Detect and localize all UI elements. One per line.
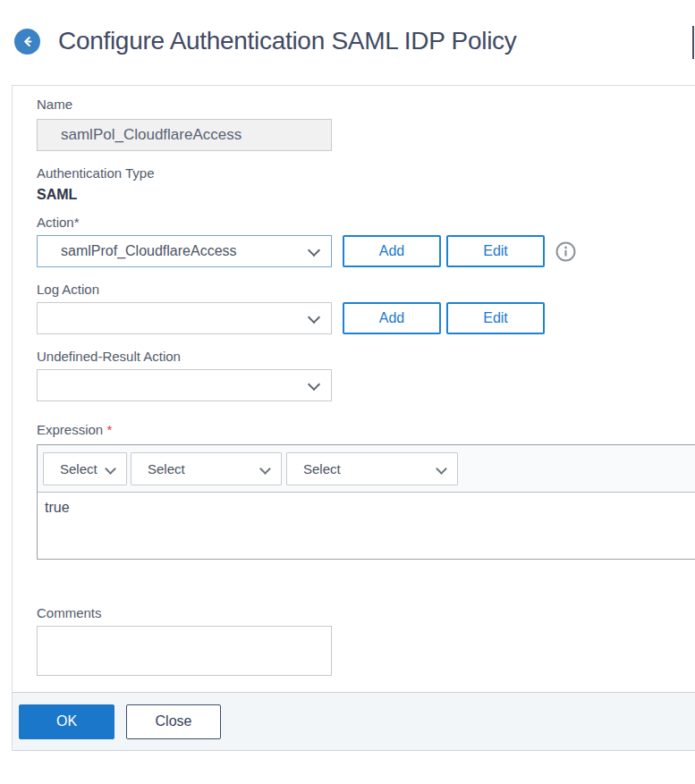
name-label: Name bbox=[37, 97, 695, 113]
name-input[interactable] bbox=[37, 119, 332, 151]
expression-select-3-value: Select bbox=[303, 453, 341, 485]
chevron-down-icon bbox=[105, 463, 116, 475]
form-body: Name Authentication Type SAML Action* sa… bbox=[13, 86, 695, 676]
expression-select-1[interactable]: Select bbox=[43, 452, 127, 485]
comments-label: Comments bbox=[37, 605, 695, 621]
chevron-down-icon bbox=[259, 463, 271, 475]
back-button[interactable] bbox=[14, 29, 40, 55]
auth-type-label: Authentication Type bbox=[37, 165, 695, 181]
action-dropdown[interactable]: samlProf_CloudflareAccess bbox=[37, 235, 332, 267]
action-dropdown-value: samlProf_CloudflareAccess bbox=[61, 236, 237, 266]
chevron-down-icon bbox=[308, 311, 320, 324]
close-button[interactable]: Close bbox=[126, 704, 221, 739]
expression-select-1-value: Select bbox=[60, 453, 97, 485]
expression-select-2-value: Select bbox=[148, 453, 185, 485]
expression-label-text: Expression bbox=[37, 422, 103, 437]
expression-label: Expression * bbox=[37, 422, 695, 438]
required-asterisk: * bbox=[106, 422, 112, 437]
action-edit-button[interactable]: Edit bbox=[446, 235, 545, 267]
form-panel: Name Authentication Type SAML Action* sa… bbox=[12, 85, 695, 751]
chevron-down-icon bbox=[436, 463, 447, 475]
scrollbar-thumb[interactable] bbox=[692, 26, 694, 59]
auth-type-value: SAML bbox=[37, 186, 695, 203]
page-title: Configure Authentication SAML IDP Policy bbox=[58, 27, 517, 55]
undefined-action-label: Undefined-Result Action bbox=[37, 349, 695, 365]
log-action-row: Add Edit bbox=[37, 302, 695, 334]
log-action-add-button[interactable]: Add bbox=[343, 302, 441, 334]
expression-select-2[interactable]: Select bbox=[131, 452, 282, 485]
expression-builder: Select Select Select true bbox=[37, 444, 695, 560]
page-header: Configure Authentication SAML IDP Policy bbox=[14, 27, 517, 55]
info-icon[interactable] bbox=[555, 241, 576, 262]
chevron-down-icon bbox=[308, 244, 320, 257]
undefined-action-dropdown[interactable] bbox=[37, 369, 332, 401]
expression-input[interactable]: true bbox=[38, 493, 695, 559]
ok-button[interactable]: OK bbox=[19, 704, 114, 739]
log-action-label: Log Action bbox=[37, 282, 695, 298]
action-label: Action* bbox=[37, 215, 695, 231]
action-add-button[interactable]: Add bbox=[343, 235, 441, 267]
expression-select-3[interactable]: Select bbox=[286, 452, 458, 485]
back-arrow-icon bbox=[21, 35, 34, 48]
comments-input[interactable] bbox=[37, 626, 332, 676]
log-action-dropdown[interactable] bbox=[37, 302, 332, 334]
log-action-edit-button[interactable]: Edit bbox=[446, 302, 545, 334]
action-row: samlProf_CloudflareAccess Add Edit bbox=[37, 235, 695, 267]
footer-bar: OK Close bbox=[13, 692, 695, 751]
expression-toolbar: Select Select Select bbox=[38, 445, 695, 493]
chevron-down-icon bbox=[308, 378, 320, 391]
